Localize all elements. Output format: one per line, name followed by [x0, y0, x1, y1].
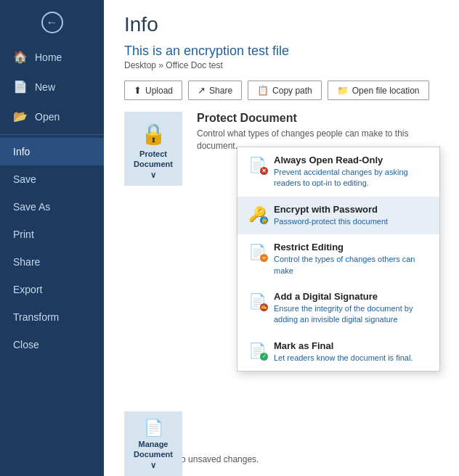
sidebar-item-close[interactable]: Close: [0, 331, 104, 358]
readonly-icon: 📄✕: [248, 156, 267, 173]
main-header: Info This is an encryption test file Des…: [104, 0, 459, 81]
digital-signature-item[interactable]: 📄✍ Add a Digital Signature Ensure the in…: [237, 284, 439, 333]
open-location-button[interactable]: 📁 Open file location: [328, 81, 429, 100]
readonly-text: Always Open Read-Only Prevent accidental…: [274, 155, 429, 189]
open-icon: 📂: [13, 110, 28, 123]
share-icon: ↗: [198, 85, 206, 96]
signature-icon: 📄✍: [248, 292, 267, 310]
password-icon: 🔑🔒: [248, 205, 267, 223]
password-text: Encrypt with Password Password-protect t…: [274, 204, 429, 227]
back-button[interactable]: ←: [0, 0, 104, 42]
sidebar-item-print[interactable]: Print: [0, 221, 104, 248]
share-button[interactable]: ↗ Share: [188, 81, 242, 100]
bottom-section: 📄 ManageDocument ∨ There are no unsaved …: [104, 403, 459, 476]
main-content: Info This is an encryption test file Des…: [104, 0, 459, 476]
sidebar-item-open[interactable]: 📂 Open: [0, 102, 104, 131]
sidebar-item-save-as[interactable]: Save As: [0, 193, 104, 221]
sidebar-item-share[interactable]: Share: [0, 248, 104, 276]
sidebar-item-export[interactable]: Export: [0, 276, 104, 303]
info-area: 🔒 ProtectDocument ∨ Protect Document Con…: [104, 112, 459, 186]
copy-icon: 📋: [257, 85, 269, 96]
sidebar-item-transform[interactable]: Transform: [0, 303, 104, 331]
folder-icon: 📁: [337, 85, 349, 96]
sidebar: ← 🏠 Home 📄 New 📂 Open Info Save Save As …: [0, 0, 104, 476]
final-text: Mark as Final Let readers know the docum…: [274, 340, 429, 364]
restrict-editing-item[interactable]: 📄✏ Restrict Editing Control the types of…: [237, 234, 439, 284]
sidebar-item-new[interactable]: 📄 New: [0, 72, 104, 102]
sidebar-item-home[interactable]: 🏠 Home: [0, 42, 104, 72]
upload-icon: ⬆: [134, 85, 142, 96]
new-icon: 📄: [13, 80, 28, 94]
upload-button[interactable]: ⬆ Upload: [124, 81, 182, 100]
mark-as-final-item[interactable]: 📄✓ Mark as Final Let readers know the do…: [237, 333, 439, 371]
copy-path-button[interactable]: 📋 Copy path: [248, 81, 322, 100]
action-buttons: ⬆ Upload ↗ Share 📋 Copy path 📁 Open file…: [104, 81, 459, 100]
manage-label: ManageDocument ∨: [130, 439, 176, 470]
always-open-readonly-item[interactable]: 📄✕ Always Open Read-Only Prevent acciden…: [237, 147, 439, 197]
file-title: This is an encryption test file: [124, 44, 439, 59]
restrict-icon: 📄✏: [248, 243, 267, 260]
protect-label: ProtectDocument ∨: [130, 149, 176, 180]
protect-dropdown: 📄✕ Always Open Read-Only Prevent acciden…: [237, 147, 440, 372]
manage-icon: 📄: [144, 419, 163, 438]
home-icon: 🏠: [13, 50, 28, 64]
protect-title: Protect Document: [197, 112, 439, 125]
protect-document-button[interactable]: 🔒 ProtectDocument ∨: [124, 112, 182, 186]
manage-document-button[interactable]: 📄 ManageDocument ∨: [124, 411, 182, 476]
page-title: Info: [124, 13, 439, 36]
final-icon: 📄✓: [248, 342, 267, 359]
lock-icon: 🔒: [141, 122, 166, 146]
restrict-text: Restrict Editing Control the types of ch…: [274, 242, 429, 276]
sidebar-item-save[interactable]: Save: [0, 165, 104, 193]
signature-text: Add a Digital Signature Ensure the integ…: [274, 291, 429, 326]
encrypt-password-item[interactable]: 🔑🔒 Encrypt with Password Password-protec…: [237, 197, 439, 234]
breadcrumb: Desktop » Office Doc test: [124, 60, 439, 70]
sidebar-item-info[interactable]: Info: [0, 138, 104, 165]
